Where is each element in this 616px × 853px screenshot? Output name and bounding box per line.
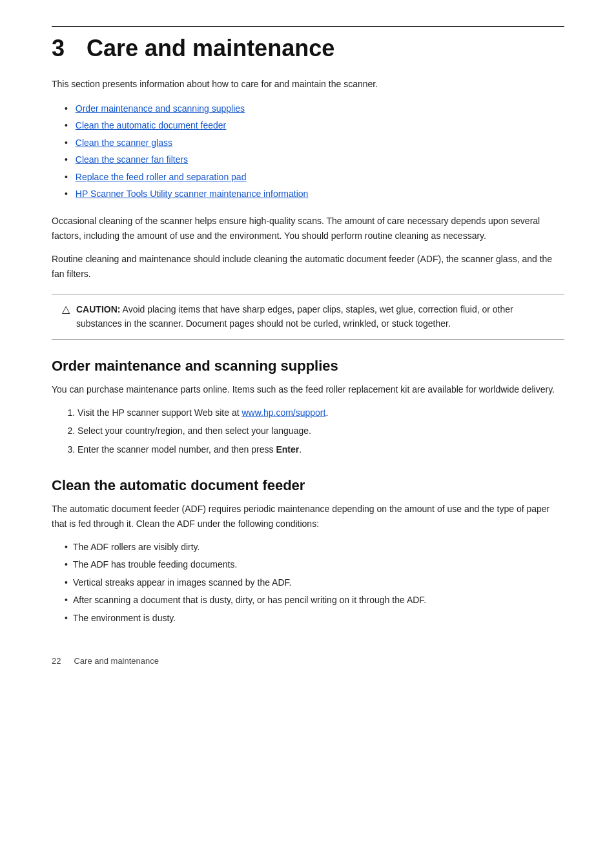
list-item: Enter the scanner model number, and then… bbox=[77, 442, 564, 457]
list-item: The environment is dusty. bbox=[65, 611, 564, 625]
caution-text: CAUTION: Avoid placing items that have s… bbox=[76, 302, 554, 331]
step3-text-after: . bbox=[299, 444, 302, 455]
caution-body: Avoid placing items that have sharp edge… bbox=[76, 304, 513, 329]
list-item: HP Scanner Tools Utility scanner mainten… bbox=[65, 187, 564, 201]
top-rule bbox=[52, 26, 564, 27]
list-item: Vertical streaks appear in images scanne… bbox=[65, 575, 564, 590]
caution-triangle-icon: △ bbox=[62, 303, 70, 315]
toc-link-4[interactable]: Clean the scanner fan filters bbox=[76, 154, 188, 165]
list-item: Replace the feed roller and separation p… bbox=[65, 170, 564, 184]
body-paragraph-2: Routine cleaning and maintenance should … bbox=[52, 252, 564, 281]
list-item: Select your country/region, and then sel… bbox=[77, 424, 564, 438]
list-item: Clean the scanner glass bbox=[65, 136, 564, 150]
list-item: After scanning a document that is dusty,… bbox=[65, 593, 564, 607]
list-item: The ADF rollers are visibly dirty. bbox=[65, 540, 564, 554]
toc-link-3[interactable]: Clean the scanner glass bbox=[76, 138, 172, 148]
section2-intro: The automatic document feeder (ADF) requ… bbox=[52, 502, 564, 531]
section-order-supplies: Order maintenance and scanning supplies … bbox=[52, 358, 564, 457]
chapter-number: 3 bbox=[52, 35, 65, 61]
section2-bullets: The ADF rollers are visibly dirty. The A… bbox=[52, 540, 564, 625]
page-container: 3 Care and maintenance This section pres… bbox=[0, 0, 616, 704]
caution-box: △ CAUTION: Avoid placing items that have… bbox=[52, 294, 564, 340]
list-item: Order maintenance and scanning supplies bbox=[65, 101, 564, 116]
toc-link-2[interactable]: Clean the automatic document feeder bbox=[76, 120, 226, 130]
section-clean-adf: Clean the automatic document feeder The … bbox=[52, 477, 564, 625]
step2-text: Select your country/region, and then sel… bbox=[77, 426, 311, 436]
toc-link-5[interactable]: Replace the feed roller and separation p… bbox=[76, 172, 247, 182]
section1-intro: You can purchase maintenance parts onlin… bbox=[52, 382, 564, 396]
body-paragraph-1: Occasional cleaning of the scanner helps… bbox=[52, 214, 564, 243]
hp-support-link[interactable]: www.hp.com/support bbox=[241, 407, 325, 418]
chapter-heading: 3 Care and maintenance bbox=[52, 32, 564, 62]
step3-text-before: Enter the scanner model number, and then… bbox=[77, 444, 276, 455]
toc-link-1[interactable]: Order maintenance and scanning supplies bbox=[76, 103, 245, 114]
step1-text-after: . bbox=[325, 407, 328, 418]
section1-heading: Order maintenance and scanning supplies bbox=[52, 358, 564, 375]
intro-paragraph: This section presents information about … bbox=[52, 77, 564, 91]
section1-steps: Visit the HP scanner support Web site at… bbox=[52, 406, 564, 457]
footer-section-text: Care and maintenance bbox=[74, 656, 159, 666]
toc-list: Order maintenance and scanning supplies … bbox=[52, 101, 564, 201]
toc-link-6[interactable]: HP Scanner Tools Utility scanner mainten… bbox=[76, 189, 309, 199]
section2-heading: Clean the automatic document feeder bbox=[52, 477, 564, 494]
list-item: Clean the automatic document feeder bbox=[65, 118, 564, 132]
step3-bold: Enter bbox=[276, 444, 299, 455]
chapter-title: Care and maintenance bbox=[87, 35, 334, 61]
step1-text-before: Visit the HP scanner support Web site at bbox=[77, 407, 241, 418]
list-item: Visit the HP scanner support Web site at… bbox=[77, 406, 564, 420]
list-item: The ADF has trouble feeding documents. bbox=[65, 557, 564, 571]
footer-page-number: 22 bbox=[52, 656, 61, 666]
caution-label: CAUTION: bbox=[76, 304, 120, 314]
page-footer: 22 Care and maintenance bbox=[52, 651, 564, 666]
list-item: Clean the scanner fan filters bbox=[65, 152, 564, 167]
